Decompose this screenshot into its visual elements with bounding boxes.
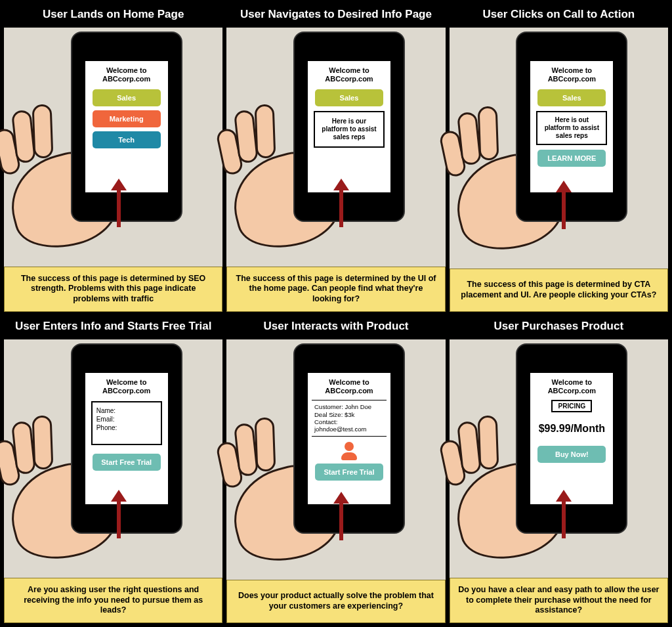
welcome-text: Welcome to ABCcorp.com [534, 66, 609, 83]
panel-home: User Lands on Home Page Welcome to ABCco… [4, 4, 222, 312]
panel-info: User Navigates to Desired Info Page Welc… [226, 4, 445, 312]
phone-screen-info: Welcome to ABCcorp.com Sales Here is our… [308, 61, 390, 192]
learn-more-button[interactable]: LEARN MORE [537, 150, 606, 167]
form-field-phone[interactable]: Phone: [96, 423, 157, 432]
welcome-text: Welcome to ABCcorp.com [534, 378, 609, 395]
buy-now-button[interactable]: Buy Now! [537, 446, 606, 463]
phone-device: Welcome to ABCcorp.com Sales Marketing T… [71, 32, 182, 222]
data-customer: Customer: John Doe [314, 403, 384, 410]
panel-title: User Clicks on Call to Action [450, 4, 668, 28]
nav-button-marketing[interactable]: Marketing [93, 110, 161, 127]
phone-device: Welcome to ABCcorp.com Sales Here is our… [293, 32, 405, 222]
phone-screen-form: Welcome to ABCcorp.com Name: Email: Phon… [85, 373, 168, 504]
nav-button-sales[interactable]: Sales [537, 89, 606, 106]
person-icon [341, 442, 357, 460]
phone-device: Welcome to ABCcorp.com Customer: John Do… [293, 343, 405, 534]
panel-stage: Welcome to ABCcorp.com Sales Here is out… [450, 28, 668, 268]
arrow-icon [333, 179, 349, 227]
form-field-name[interactable]: Name: [96, 406, 157, 415]
nav-button-sales[interactable]: Sales [315, 89, 383, 106]
phone-screen-purchase: Welcome to ABCcorp.com PRICING $99.99/Mo… [530, 373, 613, 504]
start-free-trial-button[interactable]: Start Free Trial [315, 464, 383, 481]
phone-device: Welcome to ABCcorp.com Name: Email: Phon… [71, 343, 182, 534]
arrow-icon [556, 181, 572, 229]
info-text-box: Here is out platform to assist sales rep… [536, 111, 607, 145]
welcome-text: Welcome to ABCcorp.com [312, 66, 387, 83]
panel-form: User Enters Info and Starts Free Trial W… [4, 316, 222, 624]
arrow-icon [111, 490, 127, 538]
panel-stage: Welcome to ABCcorp.com PRICING $99.99/Mo… [450, 339, 668, 578]
nav-button-sales[interactable]: Sales [93, 89, 161, 106]
info-text-box: Here is our platform to assist sales rep… [314, 111, 385, 148]
phone-device: Welcome to ABCcorp.com Sales Here is out… [516, 32, 627, 222]
welcome-text: Welcome to ABCcorp.com [312, 378, 387, 395]
phone-screen-home: Welcome to ABCcorp.com Sales Marketing T… [85, 61, 168, 192]
welcome-text: Welcome to ABCcorp.com [89, 378, 164, 395]
panel-title: User Purchases Product [450, 316, 668, 339]
signup-form[interactable]: Name: Email: Phone: [91, 401, 162, 445]
welcome-text: Welcome to ABCcorp.com [89, 66, 164, 83]
customer-data-box: Customer: John Doe Deal Size: $3k Contac… [312, 400, 387, 437]
panel-title: User Enters Info and Starts Free Trial [4, 316, 222, 339]
panel-cta: User Clicks on Call to Action Welcome to… [450, 4, 668, 312]
data-contact: Contact: johndoe@test.com [314, 418, 384, 433]
pricing-badge: PRICING [551, 400, 592, 412]
panel-title: User Navigates to Desired Info Page [226, 4, 445, 28]
panel-caption: The success of this page is determined b… [4, 267, 222, 312]
arrow-icon [333, 492, 349, 540]
panel-caption: The success of this page is determined b… [226, 267, 445, 312]
panel-purchase: User Purchases Product Welcome to ABCcor… [450, 316, 668, 624]
arrow-icon [111, 179, 127, 227]
panel-stage: Welcome to ABCcorp.com Sales Here is our… [226, 28, 445, 266]
panel-title: User Lands on Home Page [4, 4, 222, 28]
phone-screen-cta: Welcome to ABCcorp.com Sales Here is out… [530, 61, 613, 192]
panel-caption: Are you asking user the right questions … [4, 578, 222, 623]
price-text: $99.99/Month [539, 423, 605, 435]
panel-stage: Welcome to ABCcorp.com Customer: John Do… [226, 339, 445, 580]
data-deal-size: Deal Size: $3k [314, 411, 384, 418]
panel-stage: Welcome to ABCcorp.com Name: Email: Phon… [4, 339, 222, 578]
phone-device: Welcome to ABCcorp.com PRICING $99.99/Mo… [516, 343, 627, 534]
panel-stage: Welcome to ABCcorp.com Sales Marketing T… [4, 28, 222, 266]
panel-product: User Interacts with Product Welcome to A… [226, 316, 445, 624]
panel-title: User Interacts with Product [226, 316, 445, 339]
start-free-trial-button[interactable]: Start Free Trial [93, 454, 161, 471]
panel-caption: Do you have a clear and easy path to all… [450, 578, 668, 623]
nav-button-tech[interactable]: Tech [93, 131, 161, 148]
arrow-icon [556, 490, 572, 538]
phone-screen-product: Welcome to ABCcorp.com Customer: John Do… [308, 373, 390, 504]
form-field-email[interactable]: Email: [96, 415, 157, 423]
storyboard-grid: User Lands on Home Page Welcome to ABCco… [0, 0, 672, 627]
